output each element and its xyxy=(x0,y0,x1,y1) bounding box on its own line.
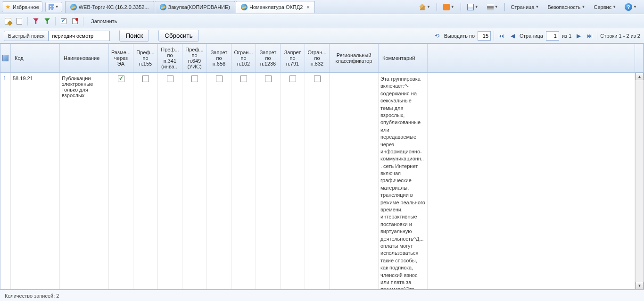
mail-icon xyxy=(467,4,474,10)
checkbox[interactable] xyxy=(265,76,272,82)
cell-p341 xyxy=(158,73,182,289)
help-icon: ? xyxy=(625,3,632,11)
header-p649[interactable]: Преф... по п.649 (УИС) xyxy=(182,44,207,72)
header-ea[interactable]: Разме... через ЭА xyxy=(109,44,133,72)
grid-icon xyxy=(49,4,54,10)
filter-clear-icon xyxy=(44,18,50,24)
chevron-down-icon: ▼ xyxy=(475,5,479,9)
menu-page[interactable]: Страница ▼ xyxy=(509,3,542,11)
header-regional[interactable]: Региональный классификатор xyxy=(330,44,379,72)
menu-security[interactable]: Безопасность ▼ xyxy=(545,3,587,11)
checkbox-checked[interactable] xyxy=(118,76,124,82)
new-button[interactable] xyxy=(15,17,24,25)
rss-button[interactable]: ▼ xyxy=(441,2,457,12)
checkbox[interactable] xyxy=(289,76,296,82)
star-icon: ★ xyxy=(5,3,11,10)
page-of-label: из 1 xyxy=(562,33,571,39)
cell-p656 xyxy=(207,73,231,289)
chevron-down-icon: ▼ xyxy=(535,5,539,9)
checkbox[interactable] xyxy=(167,76,173,82)
refresh-button[interactable]: ⟲ xyxy=(433,32,441,40)
checkbox[interactable] xyxy=(191,76,198,82)
menu-label: Сервис xyxy=(594,4,611,10)
table-row[interactable]: 1 58.19.21 Публикации электронные только… xyxy=(0,73,635,289)
browser-tab-0[interactable]: WEB-Торги-КС (16.2.0.3352... xyxy=(65,1,154,13)
separator xyxy=(437,3,437,11)
reset-button[interactable]: Сбросить xyxy=(158,30,198,42)
cell-code: 58.19.21 xyxy=(11,73,60,289)
uncheck-all-button[interactable] xyxy=(71,17,79,25)
page-label: Страница xyxy=(520,33,543,39)
tabs-area: WEB-Торги-КС (16.2.0.3352... Закупка(КОП… xyxy=(65,1,414,13)
header-p832[interactable]: Огран... по п.832 xyxy=(305,44,330,72)
filter-button[interactable] xyxy=(32,17,40,25)
favorites-label: Избранное xyxy=(13,4,39,10)
header-spacer xyxy=(428,44,635,72)
header-comment[interactable]: Комментарий xyxy=(379,44,428,72)
first-page-button[interactable]: ⏮ xyxy=(497,32,505,40)
separator xyxy=(504,3,505,11)
chevron-down-icon: ▼ xyxy=(633,5,637,9)
separator xyxy=(27,17,28,25)
tab-list-button[interactable]: ▼ xyxy=(45,2,62,12)
scroll-track[interactable] xyxy=(636,80,644,282)
checkbox[interactable] xyxy=(216,76,223,82)
tab-close-icon[interactable]: × xyxy=(306,4,309,10)
header-p791[interactable]: Запрет по п.791 xyxy=(281,44,305,72)
separator xyxy=(461,3,461,11)
data-grid: Код Наименование Разме... через ЭА Преф.… xyxy=(0,43,644,290)
vertical-scrollbar[interactable]: ▲ ▼ xyxy=(635,73,644,289)
cell-spacer xyxy=(428,73,635,289)
header-p155[interactable]: Преф... по п.155 xyxy=(133,44,158,72)
ie-icon xyxy=(160,4,166,10)
page-number-input[interactable] xyxy=(546,31,559,41)
header-p656[interactable]: Запрет по п.656 xyxy=(207,44,231,72)
remember-button[interactable]: Запомнить xyxy=(87,17,121,26)
rss-icon xyxy=(443,4,450,10)
rows-info-label: Строки 1 - 2 из 2 xyxy=(600,33,640,39)
header-p102[interactable]: Огран... по п.102 xyxy=(231,44,256,72)
grid-icon xyxy=(2,55,8,61)
checkbox[interactable] xyxy=(314,76,321,82)
header-select[interactable] xyxy=(0,44,11,72)
quick-search-label: Быстрый поиск xyxy=(4,31,49,41)
header-name[interactable]: Наименование xyxy=(60,44,109,72)
edit-button[interactable] xyxy=(4,17,12,25)
checkbox[interactable] xyxy=(240,76,247,82)
home-button[interactable]: ▼ xyxy=(417,2,433,12)
favorites-button[interactable]: ★ Избранное xyxy=(2,1,42,12)
next-page-button[interactable]: ▶ xyxy=(574,32,583,40)
chevron-down-icon: ▼ xyxy=(55,5,59,9)
filter-clear-button[interactable] xyxy=(43,17,51,25)
browser-tab-1[interactable]: Закупка(КОПИРОВАНИЕ) xyxy=(155,1,235,13)
scroll-up-button[interactable]: ▲ xyxy=(636,73,644,80)
cell-ea xyxy=(109,73,133,289)
help-button[interactable]: ?▼ xyxy=(622,2,639,12)
header-p1236[interactable]: Запрет по п.1236 xyxy=(256,44,281,72)
pager: ⟲ Выводить по ⏮ ◀ Страница из 1 ▶ ⏭ Стро… xyxy=(433,31,640,41)
last-page-button[interactable]: ⏭ xyxy=(586,32,594,40)
cell-p155 xyxy=(133,73,158,289)
status-bar: Количество записей: 2 xyxy=(0,290,644,301)
chevron-down-icon: ▼ xyxy=(451,5,454,9)
browser-tab-2[interactable]: Номенклатура ОКПД2 × xyxy=(236,1,315,13)
prev-page-button[interactable]: ◀ xyxy=(508,32,517,40)
mail-button[interactable]: ▼ xyxy=(465,2,481,12)
cell-p1236 xyxy=(256,73,281,289)
menu-label: Страница xyxy=(511,4,535,10)
search-button[interactable]: Поиск xyxy=(119,30,149,42)
header-p341[interactable]: Преф... по п.341 (инва... xyxy=(158,44,182,72)
header-code[interactable]: Код xyxy=(11,44,60,72)
scroll-down-button[interactable]: ▼ xyxy=(636,282,644,289)
ie-icon xyxy=(241,4,248,10)
quick-search-input[interactable] xyxy=(49,31,110,41)
print-button[interactable]: ▼ xyxy=(485,2,501,12)
menu-service[interactable]: Сервис ▼ xyxy=(591,3,619,11)
check-all-button[interactable] xyxy=(59,17,68,25)
checkbox[interactable] xyxy=(142,76,149,82)
uncheck-icon xyxy=(72,18,78,24)
page-size-input[interactable] xyxy=(478,31,491,41)
grid-header: Код Наименование Разме... через ЭА Преф.… xyxy=(0,44,644,73)
cell-p791 xyxy=(281,73,305,289)
chevron-down-icon: ▼ xyxy=(612,5,616,9)
